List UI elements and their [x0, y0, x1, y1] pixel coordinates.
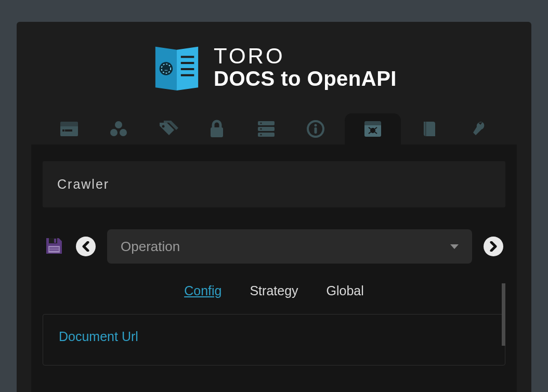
svg-rect-28: [364, 121, 381, 125]
tab-info[interactable]: [295, 113, 336, 145]
tab-docs[interactable]: [409, 113, 450, 145]
svg-rect-17: [211, 127, 223, 137]
sub-tab-config[interactable]: Config: [184, 283, 221, 298]
logo-line2: DOCS to OpenAPI: [214, 68, 397, 89]
sub-tab-strategy[interactable]: Strategy: [250, 283, 298, 298]
section-title: Crawler: [57, 177, 491, 192]
tags-icon: [158, 121, 178, 137]
svg-point-25: [314, 124, 317, 127]
logo-text: TORO DOCS to OpenAPI: [214, 45, 397, 89]
chevron-left-icon: [82, 241, 90, 252]
schemas-icon: [60, 121, 79, 137]
info-icon: [307, 120, 324, 138]
config-form: Document Url: [43, 314, 505, 365]
chevron-right-icon: [489, 241, 498, 252]
content-area: Crawler Operation: [31, 145, 517, 392]
sub-tab-strip: Config Strategy Global: [43, 283, 505, 298]
app-window: … TORO DOCS to OpenAPI: [17, 22, 531, 392]
operation-select[interactable]: Operation: [107, 229, 472, 264]
svg-point-14: [110, 129, 118, 136]
save-button[interactable]: [45, 237, 64, 256]
tab-tags[interactable]: [148, 113, 188, 145]
logo-header: … TORO DOCS to OpenAPI: [17, 22, 531, 108]
caret-down-icon: [450, 244, 459, 249]
svg-point-29: [370, 128, 375, 133]
svg-point-23: [260, 134, 262, 136]
svg-rect-36: [54, 239, 56, 243]
tab-security[interactable]: [197, 113, 237, 145]
svg-text:…: …: [164, 66, 167, 72]
logo-line1: TORO: [214, 45, 397, 68]
svg-point-15: [120, 129, 127, 136]
document-url-label: Document Url: [59, 329, 489, 344]
svg-rect-5: [181, 56, 194, 58]
svg-rect-39: [49, 250, 59, 251]
prev-button[interactable]: [76, 237, 96, 256]
next-button[interactable]: [484, 237, 503, 256]
svg-rect-12: [65, 129, 72, 132]
tab-crawler[interactable]: [345, 113, 401, 145]
floppy-icon: [45, 237, 63, 255]
tab-servers[interactable]: [246, 113, 286, 145]
section-header: Crawler: [43, 161, 505, 207]
svg-rect-38: [49, 247, 59, 249]
book-icon: [422, 120, 437, 138]
tab-apps[interactable]: [98, 113, 139, 145]
svg-rect-8: [181, 74, 194, 76]
sub-tab-global[interactable]: Global: [327, 283, 364, 298]
lock-icon: [210, 120, 224, 138]
svg-point-22: [260, 128, 262, 130]
logo-icon: …: [151, 42, 202, 93]
svg-rect-6: [181, 62, 194, 64]
main-tab-strip: [17, 113, 531, 145]
apps-icon: [110, 121, 127, 137]
svg-rect-7: [181, 68, 194, 70]
svg-point-16: [162, 125, 164, 128]
wrench-icon: [471, 120, 487, 138]
form-wrap: Config Strategy Global Document Url: [43, 283, 505, 365]
crawler-icon: [363, 120, 382, 138]
tab-schemas[interactable]: [49, 113, 89, 145]
svg-rect-37: [48, 246, 60, 253]
svg-rect-11: [62, 129, 64, 132]
operation-select-label: Operation: [121, 239, 180, 255]
tab-tools[interactable]: [459, 113, 499, 145]
scrollbar[interactable]: [502, 283, 505, 346]
svg-rect-34: [425, 122, 426, 136]
servers-icon: [257, 121, 275, 137]
svg-rect-26: [314, 127, 317, 134]
svg-rect-10: [60, 122, 78, 126]
svg-point-21: [260, 123, 262, 124]
svg-point-13: [115, 121, 122, 128]
operation-row: Operation: [43, 229, 505, 264]
